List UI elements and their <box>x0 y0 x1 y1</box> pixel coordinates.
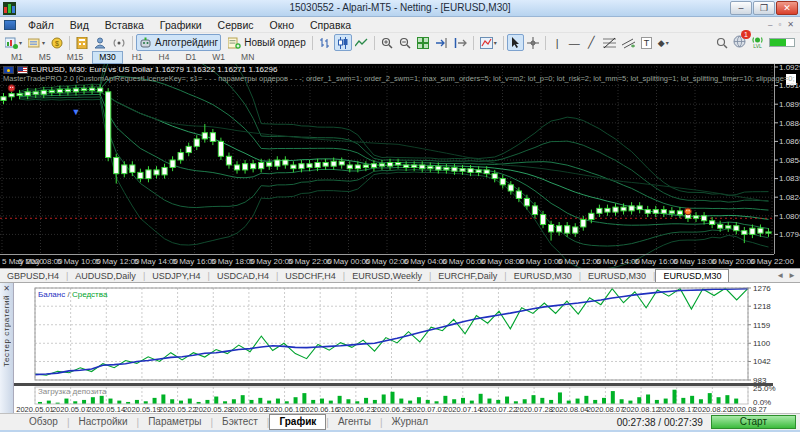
data-window-button[interactable] <box>73 34 91 51</box>
timeframe-M30[interactable]: M30 <box>92 51 123 64</box>
maximize-button[interactable]: ❐ <box>753 1 775 15</box>
chart-tab-EURUSD,M30[interactable]: EURUSD,M30 <box>507 270 579 282</box>
line-chart-icon <box>355 37 368 49</box>
timeframe-H4[interactable]: H4 <box>152 51 177 64</box>
shapes-button[interactable]: ◆▾ <box>655 34 672 51</box>
tabs-scroll-right-icon[interactable]: ► <box>788 271 796 280</box>
search-icon[interactable] <box>716 37 728 49</box>
connection-meter <box>769 38 795 47</box>
tester-tab-Обзор[interactable]: Обзор <box>20 415 67 429</box>
chart-tab-USDJPY,H4[interactable]: USDJPY,H4 <box>145 270 207 282</box>
signals-button[interactable] <box>109 34 129 51</box>
line-chart-button[interactable] <box>352 34 371 51</box>
trendline-button[interactable]: ╱ <box>583 34 600 51</box>
cursor-button[interactable] <box>507 34 524 51</box>
menu-Вид[interactable]: Вид <box>62 18 97 32</box>
chart-tab-EURCHF,Daily[interactable]: EURCHF,Daily <box>431 270 504 282</box>
chart-tab-EURUSD,M30[interactable]: EURUSD,M30 <box>581 270 653 282</box>
timeframe-M1[interactable]: M1 <box>4 51 30 64</box>
vps-signal-icon[interactable]: LVL <box>751 36 764 49</box>
zoom-out-button[interactable] <box>396 34 414 51</box>
tester-close-icon[interactable]: ✕ <box>3 284 10 293</box>
channels-icon <box>622 37 635 49</box>
fibonacci-button[interactable] <box>600 34 619 51</box>
svg-text:1.08990: 1.08990 <box>779 100 800 109</box>
history-center-button[interactable]: $ <box>48 34 66 51</box>
fibonacci-icon <box>603 37 616 49</box>
vertical-line-button[interactable]: | <box>549 34 566 51</box>
ea-params-text: MasterTradePRO 2.0 [CustomApiRequestLice… <box>3 74 795 83</box>
text-button[interactable]: T <box>638 34 655 51</box>
svg-text:Баланс / Средства: Баланс / Средства <box>38 290 108 299</box>
menu-Файл[interactable]: Файл <box>20 18 62 32</box>
indicators-button[interactable]: ▾ <box>477 34 500 51</box>
svg-text:25.0%: 25.0% <box>753 384 776 393</box>
bars-chart-button[interactable] <box>316 34 334 51</box>
svg-text:1100: 1100 <box>753 339 771 348</box>
new-order-button[interactable]: Новый ордер <box>225 34 309 51</box>
chart-window-icon <box>4 20 16 30</box>
channels-button[interactable] <box>619 34 638 51</box>
svg-text:1.08690: 1.08690 <box>779 137 800 146</box>
tester-tab-Настройки[interactable]: Настройки <box>70 415 137 429</box>
algo-trading-button[interactable]: Алготрейдинг <box>136 34 221 51</box>
timeframe-M5[interactable]: M5 <box>32 51 58 64</box>
chart-tab-AUDUSD,Daily[interactable]: AUDUSD,Daily <box>68 270 143 282</box>
main-chart[interactable]: ▼1.092901.091401.089901.088401.086901.08… <box>0 64 800 268</box>
close-button[interactable]: ✕ <box>776 1 798 15</box>
zoom-in-icon <box>381 37 393 49</box>
crosshair-button[interactable] <box>524 34 542 51</box>
tester-tab-Бэктест[interactable]: Бэктест <box>213 415 267 429</box>
contacts-button[interactable] <box>91 34 109 51</box>
tester-tab-Параметры[interactable]: Параметры <box>139 415 210 429</box>
tester-tab-Агенты[interactable]: Агенты <box>329 415 380 429</box>
mdi-minimize-icon[interactable]: – <box>768 20 772 29</box>
tester-time-status: 00:27:38 / 00:27:39 <box>617 417 703 428</box>
new-chart-icon <box>5 37 18 49</box>
svg-text:Загрузка депозита: Загрузка депозита <box>38 387 107 396</box>
tester-chart[interactable]: 1276121811591100104298325.0%0.0%Баланс /… <box>0 283 800 414</box>
menu-Сервис[interactable]: Сервис <box>210 18 262 32</box>
timeframe-MN[interactable]: MN <box>234 51 261 64</box>
zoom-in-button[interactable] <box>378 34 396 51</box>
text-icon: T <box>641 37 652 49</box>
tabs-scroll-left-icon[interactable]: ◄ <box>776 271 784 280</box>
chart-tab-EURUSD,M30[interactable]: EURUSD,M30 <box>655 269 729 283</box>
timeframe-D1[interactable]: D1 <box>178 51 203 64</box>
horizontal-line-button[interactable]: — <box>566 34 583 51</box>
candles-chart-button[interactable] <box>334 34 352 51</box>
svg-text:1.08090: 1.08090 <box>779 212 800 221</box>
menu-Вставка[interactable]: Вставка <box>97 18 152 32</box>
algo-trading-robot-icon <box>139 37 152 49</box>
menu-Графики[interactable]: Графики <box>152 18 210 32</box>
tester-tab-График[interactable]: График <box>269 414 326 430</box>
chart-tab-USDCHF,H4[interactable]: USDCHF,H4 <box>278 270 343 282</box>
timeframe-W1[interactable]: W1 <box>205 51 232 64</box>
new-chart-button[interactable]: ▾ <box>2 34 25 51</box>
algo-trading-label: Алготрейдинг <box>155 37 218 48</box>
chart-shift-button[interactable] <box>451 34 470 51</box>
notifications-button[interactable]: 1 <box>733 34 746 52</box>
svg-text:1218: 1218 <box>753 302 771 311</box>
bars-chart-icon <box>319 37 331 49</box>
chart-tab-EURUSD,Weekly[interactable]: EURUSD,Weekly <box>345 270 429 282</box>
auto-scroll-button[interactable] <box>432 34 451 51</box>
mdi-restore-icon[interactable]: ▫ <box>778 20 781 29</box>
timeframe-M15[interactable]: M15 <box>60 51 91 64</box>
chart-tab-USDCAD,H4[interactable]: USDCAD,H4 <box>210 270 276 282</box>
timeframe-H1[interactable]: H1 <box>125 51 150 64</box>
tester-tab-Журнал[interactable]: Журнал <box>383 415 438 429</box>
svg-text:$: $ <box>55 39 59 46</box>
eu-flag-icon <box>3 66 14 74</box>
svg-text:LVL: LVL <box>753 43 762 49</box>
tester-side-strip: ✕ Тестер стратегий <box>0 283 14 414</box>
tile-windows-button[interactable] <box>414 34 432 51</box>
menu-Окно[interactable]: Окно <box>262 18 302 32</box>
start-button[interactable]: Старт <box>711 415 796 429</box>
minimize-button[interactable]: – <box>730 1 752 15</box>
svg-text:1.08240: 1.08240 <box>779 193 800 202</box>
menu-Справка[interactable]: Справка <box>302 18 359 32</box>
mdi-close-icon[interactable]: ✕ <box>787 20 794 29</box>
profiles-button[interactable]: ▾ <box>25 34 48 51</box>
chart-tab-GBPUSD,H4[interactable]: GBPUSD,H4 <box>0 270 66 282</box>
